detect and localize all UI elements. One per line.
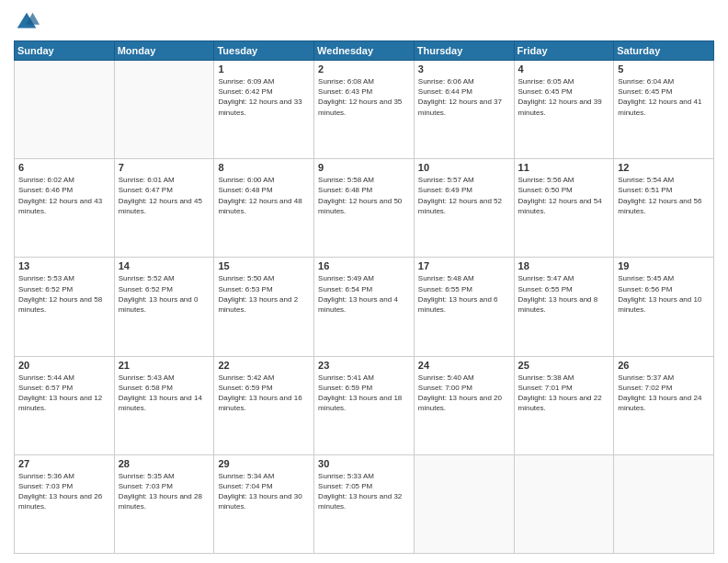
day-number: 22 [218,360,310,371]
calendar-day-cell: 27Sunrise: 5:36 AM Sunset: 7:03 PM Dayli… [15,454,115,553]
day-number: 21 [119,360,210,371]
calendar-day-cell: 30Sunrise: 5:33 AM Sunset: 7:05 PM Dayli… [314,454,415,553]
day-info: Sunrise: 5:50 AM Sunset: 6:53 PM Dayligh… [218,273,310,315]
day-number: 16 [318,260,410,271]
day-number: 27 [18,458,110,469]
day-number: 26 [618,360,710,371]
weekday-header: Monday [114,41,214,61]
calendar-day-cell: 7Sunrise: 6:01 AM Sunset: 6:47 PM Daylig… [114,159,214,258]
day-info: Sunrise: 5:47 AM Sunset: 6:55 PM Dayligh… [518,273,610,315]
calendar-day-cell: 5Sunrise: 6:04 AM Sunset: 6:45 PM Daylig… [614,61,714,159]
day-info: Sunrise: 5:49 AM Sunset: 6:54 PM Dayligh… [318,273,410,315]
day-info: Sunrise: 5:43 AM Sunset: 6:58 PM Dayligh… [119,373,210,414]
day-info: Sunrise: 5:53 AM Sunset: 6:52 PM Dayligh… [18,273,110,315]
calendar-day-cell: 26Sunrise: 5:37 AM Sunset: 7:02 PM Dayli… [614,356,714,454]
day-info: Sunrise: 5:36 AM Sunset: 7:03 PM Dayligh… [18,471,110,512]
calendar-day-cell: 10Sunrise: 5:57 AM Sunset: 6:49 PM Dayli… [414,159,514,258]
day-number: 17 [418,260,510,271]
day-info: Sunrise: 6:04 AM Sunset: 6:45 PM Dayligh… [618,76,710,118]
day-number: 10 [418,162,510,173]
day-info: Sunrise: 6:01 AM Sunset: 6:47 PM Dayligh… [119,175,210,216]
day-info: Sunrise: 5:45 AM Sunset: 6:56 PM Dayligh… [618,273,710,315]
calendar-day-cell: 17Sunrise: 5:48 AM Sunset: 6:55 PM Dayli… [414,258,514,356]
logo-icon [14,9,40,35]
calendar-day-cell: 20Sunrise: 5:44 AM Sunset: 6:57 PM Dayli… [15,356,115,454]
day-number: 5 [618,63,710,75]
day-info: Sunrise: 6:05 AM Sunset: 6:45 PM Dayligh… [518,76,610,118]
calendar-week-row: 20Sunrise: 5:44 AM Sunset: 6:57 PM Dayli… [15,356,714,454]
day-info: Sunrise: 5:34 AM Sunset: 7:04 PM Dayligh… [218,471,310,512]
day-info: Sunrise: 5:44 AM Sunset: 6:57 PM Dayligh… [18,373,110,414]
calendar-day-cell: 14Sunrise: 5:52 AM Sunset: 6:52 PM Dayli… [114,258,214,356]
day-info: Sunrise: 5:58 AM Sunset: 6:48 PM Dayligh… [318,175,410,216]
day-number: 13 [18,260,110,271]
calendar-day-cell: 29Sunrise: 5:34 AM Sunset: 7:04 PM Dayli… [214,454,314,553]
day-number: 3 [418,63,510,75]
calendar-day-cell: 22Sunrise: 5:42 AM Sunset: 6:59 PM Dayli… [214,356,314,454]
day-number: 28 [119,458,210,469]
calendar-day-cell: 11Sunrise: 5:56 AM Sunset: 6:50 PM Dayli… [514,159,614,258]
day-number: 20 [18,360,110,371]
calendar-week-row: 1Sunrise: 6:09 AM Sunset: 6:42 PM Daylig… [15,61,714,159]
weekday-header: Friday [514,41,614,61]
day-number: 14 [119,260,210,271]
day-number: 11 [518,162,610,173]
day-info: Sunrise: 5:56 AM Sunset: 6:50 PM Dayligh… [518,175,610,216]
calendar-day-cell: 16Sunrise: 5:49 AM Sunset: 6:54 PM Dayli… [314,258,415,356]
day-number: 1 [218,63,310,75]
calendar-page: SundayMondayTuesdayWednesdayThursdayFrid… [0,0,728,563]
day-number: 24 [418,360,510,371]
day-info: Sunrise: 5:37 AM Sunset: 7:02 PM Dayligh… [618,373,710,414]
day-number: 7 [119,162,210,173]
calendar-week-row: 27Sunrise: 5:36 AM Sunset: 7:03 PM Dayli… [15,454,714,553]
day-info: Sunrise: 5:57 AM Sunset: 6:49 PM Dayligh… [418,175,510,216]
calendar-day-cell: 18Sunrise: 5:47 AM Sunset: 6:55 PM Dayli… [514,258,614,356]
weekday-header: Tuesday [214,41,314,61]
day-number: 19 [618,260,710,271]
calendar-day-cell: 12Sunrise: 5:54 AM Sunset: 6:51 PM Dayli… [614,159,714,258]
calendar-table: SundayMondayTuesdayWednesdayThursdayFrid… [14,40,714,554]
day-number: 18 [518,260,610,271]
calendar-day-cell [15,61,115,159]
day-number: 23 [318,360,410,371]
calendar-day-cell: 28Sunrise: 5:35 AM Sunset: 7:03 PM Dayli… [114,454,214,553]
day-number: 15 [218,260,310,271]
day-info: Sunrise: 6:09 AM Sunset: 6:42 PM Dayligh… [218,76,310,118]
day-number: 2 [318,63,410,75]
calendar-day-cell: 19Sunrise: 5:45 AM Sunset: 6:56 PM Dayli… [614,258,714,356]
calendar-day-cell: 15Sunrise: 5:50 AM Sunset: 6:53 PM Dayli… [214,258,314,356]
day-info: Sunrise: 6:08 AM Sunset: 6:43 PM Dayligh… [318,76,410,118]
day-number: 4 [518,63,610,75]
calendar-day-cell: 9Sunrise: 5:58 AM Sunset: 6:48 PM Daylig… [314,159,415,258]
page-header [14,9,714,35]
weekday-header: Saturday [614,41,714,61]
day-number: 9 [318,162,410,173]
day-info: Sunrise: 6:06 AM Sunset: 6:44 PM Dayligh… [418,76,510,118]
calendar-day-cell: 13Sunrise: 5:53 AM Sunset: 6:52 PM Dayli… [15,258,115,356]
calendar-day-cell: 21Sunrise: 5:43 AM Sunset: 6:58 PM Dayli… [114,356,214,454]
day-number: 30 [318,458,410,469]
calendar-day-cell: 23Sunrise: 5:41 AM Sunset: 6:59 PM Dayli… [314,356,415,454]
day-number: 12 [618,162,710,173]
day-info: Sunrise: 5:38 AM Sunset: 7:01 PM Dayligh… [518,373,610,414]
calendar-day-cell: 4Sunrise: 6:05 AM Sunset: 6:45 PM Daylig… [514,61,614,159]
calendar-day-cell [514,454,614,553]
weekday-header: Sunday [15,41,115,61]
day-info: Sunrise: 5:52 AM Sunset: 6:52 PM Dayligh… [119,273,210,315]
day-info: Sunrise: 5:41 AM Sunset: 6:59 PM Dayligh… [318,373,410,414]
calendar-day-cell: 1Sunrise: 6:09 AM Sunset: 6:42 PM Daylig… [214,61,314,159]
day-info: Sunrise: 6:02 AM Sunset: 6:46 PM Dayligh… [18,175,110,216]
weekday-header-row: SundayMondayTuesdayWednesdayThursdayFrid… [15,41,714,61]
logo [14,9,43,35]
calendar-day-cell [614,454,714,553]
day-info: Sunrise: 6:00 AM Sunset: 6:48 PM Dayligh… [218,175,310,216]
calendar-day-cell: 6Sunrise: 6:02 AM Sunset: 6:46 PM Daylig… [15,159,115,258]
day-number: 8 [218,162,310,173]
calendar-week-row: 13Sunrise: 5:53 AM Sunset: 6:52 PM Dayli… [15,258,714,356]
day-number: 29 [218,458,310,469]
calendar-day-cell [114,61,214,159]
day-number: 6 [18,162,110,173]
day-info: Sunrise: 5:33 AM Sunset: 7:05 PM Dayligh… [318,471,410,512]
day-number: 25 [518,360,610,371]
day-info: Sunrise: 5:54 AM Sunset: 6:51 PM Dayligh… [618,175,710,216]
